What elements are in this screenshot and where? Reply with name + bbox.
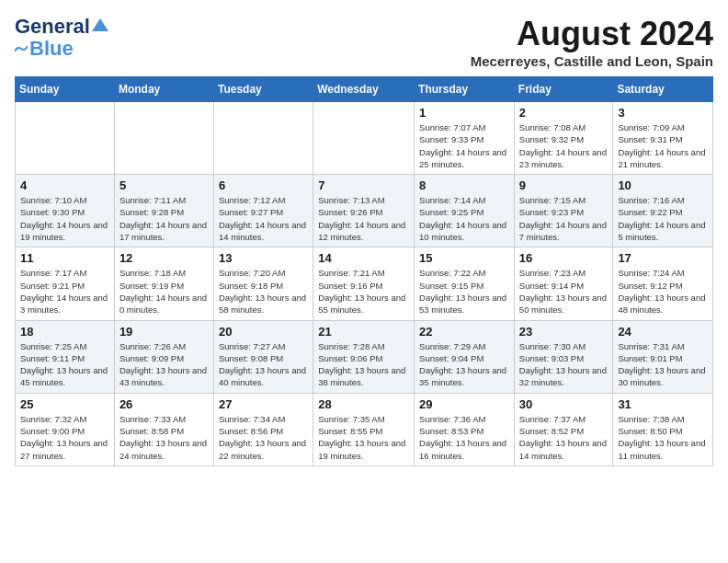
day-info: Sunrise: 7:21 AM Sunset: 9:16 PM Dayligh… [318, 267, 409, 316]
day-number: 19 [119, 325, 209, 339]
day-number: 13 [219, 251, 308, 265]
day-number: 20 [219, 325, 308, 339]
day-info: Sunrise: 7:37 AM Sunset: 8:52 PM Dayligh… [519, 413, 609, 462]
day-number: 31 [618, 397, 708, 411]
day-number: 23 [519, 325, 609, 339]
header-tuesday: Tuesday [213, 77, 313, 102]
day-number: 17 [618, 251, 708, 265]
calendar-cell: 3Sunrise: 7:09 AM Sunset: 9:31 PM Daylig… [613, 102, 713, 175]
calendar-cell: 25Sunrise: 7:32 AM Sunset: 9:00 PM Dayli… [16, 393, 115, 465]
day-number: 3 [618, 106, 708, 120]
calendar-cell: 8Sunrise: 7:14 AM Sunset: 9:25 PM Daylig… [415, 175, 515, 247]
header-sunday: Sunday [16, 77, 115, 102]
calendar-cell: 10Sunrise: 7:16 AM Sunset: 9:22 PM Dayli… [613, 175, 713, 247]
calendar-cell: 12Sunrise: 7:18 AM Sunset: 9:19 PM Dayli… [114, 247, 213, 320]
calendar-cell: 28Sunrise: 7:35 AM Sunset: 8:55 PM Dayli… [313, 393, 415, 465]
day-info: Sunrise: 7:28 AM Sunset: 9:06 PM Dayligh… [318, 340, 409, 389]
week-row-3: 11Sunrise: 7:17 AM Sunset: 9:21 PM Dayli… [16, 247, 713, 320]
day-info: Sunrise: 7:20 AM Sunset: 9:18 PM Dayligh… [219, 267, 308, 316]
day-info: Sunrise: 7:30 AM Sunset: 9:03 PM Dayligh… [519, 340, 609, 389]
calendar-cell: 15Sunrise: 7:22 AM Sunset: 9:15 PM Dayli… [415, 247, 515, 320]
calendar-cell: 4Sunrise: 7:10 AM Sunset: 9:30 PM Daylig… [16, 175, 115, 247]
calendar-cell: 30Sunrise: 7:37 AM Sunset: 8:52 PM Dayli… [514, 393, 613, 465]
calendar-cell: 14Sunrise: 7:21 AM Sunset: 9:16 PM Dayli… [313, 247, 415, 320]
calendar-cell: 31Sunrise: 7:38 AM Sunset: 8:50 PM Dayli… [613, 393, 713, 465]
day-info: Sunrise: 7:29 AM Sunset: 9:04 PM Dayligh… [419, 340, 509, 389]
svg-marker-0 [92, 18, 108, 31]
calendar-cell: 19Sunrise: 7:26 AM Sunset: 9:09 PM Dayli… [114, 320, 213, 393]
calendar-cell: 17Sunrise: 7:24 AM Sunset: 9:12 PM Dayli… [613, 247, 713, 320]
day-number: 9 [519, 178, 609, 192]
month-title: August 2024 [471, 15, 713, 53]
day-number: 29 [419, 397, 509, 411]
day-info: Sunrise: 7:24 AM Sunset: 9:12 PM Dayligh… [618, 267, 708, 316]
day-info: Sunrise: 7:11 AM Sunset: 9:28 PM Dayligh… [119, 194, 209, 243]
calendar-cell: 13Sunrise: 7:20 AM Sunset: 9:18 PM Dayli… [213, 247, 313, 320]
day-info: Sunrise: 7:22 AM Sunset: 9:15 PM Dayligh… [419, 267, 509, 316]
day-number: 6 [219, 178, 308, 192]
day-info: Sunrise: 7:33 AM Sunset: 8:58 PM Dayligh… [119, 413, 209, 462]
day-number: 1 [419, 106, 509, 120]
day-info: Sunrise: 7:14 AM Sunset: 9:25 PM Dayligh… [419, 194, 509, 243]
calendar-cell [313, 102, 415, 175]
day-number: 21 [318, 325, 409, 339]
day-info: Sunrise: 7:23 AM Sunset: 9:14 PM Dayligh… [519, 267, 609, 316]
week-row-1: 1Sunrise: 7:07 AM Sunset: 9:33 PM Daylig… [16, 102, 713, 175]
day-number: 26 [119, 397, 209, 411]
calendar-cell: 16Sunrise: 7:23 AM Sunset: 9:14 PM Dayli… [514, 247, 613, 320]
day-info: Sunrise: 7:08 AM Sunset: 9:32 PM Dayligh… [519, 121, 609, 170]
calendar-body: 1Sunrise: 7:07 AM Sunset: 9:33 PM Daylig… [16, 102, 713, 466]
day-number: 12 [119, 251, 209, 265]
calendar-cell [213, 102, 313, 175]
day-number: 2 [519, 106, 609, 120]
logo-text2: Blue [29, 37, 74, 61]
page-header: General Blue August 2024 Mecerreyes, Cas… [15, 15, 713, 69]
logo-wave-icon [15, 44, 28, 53]
calendar-cell: 23Sunrise: 7:30 AM Sunset: 9:03 PM Dayli… [514, 320, 613, 393]
logo-icon [92, 17, 108, 33]
day-info: Sunrise: 7:35 AM Sunset: 8:55 PM Dayligh… [318, 413, 409, 462]
day-info: Sunrise: 7:13 AM Sunset: 9:26 PM Dayligh… [318, 194, 409, 243]
calendar-cell: 29Sunrise: 7:36 AM Sunset: 8:53 PM Dayli… [415, 393, 515, 465]
day-number: 14 [318, 251, 409, 265]
calendar-header-row: SundayMondayTuesdayWednesdayThursdayFrid… [16, 77, 713, 102]
day-info: Sunrise: 7:31 AM Sunset: 9:01 PM Dayligh… [618, 340, 708, 389]
day-info: Sunrise: 7:17 AM Sunset: 9:21 PM Dayligh… [20, 267, 109, 316]
calendar-cell: 9Sunrise: 7:15 AM Sunset: 9:23 PM Daylig… [514, 175, 613, 247]
calendar-cell: 5Sunrise: 7:11 AM Sunset: 9:28 PM Daylig… [114, 175, 213, 247]
logo: General Blue [15, 15, 108, 61]
day-number: 27 [219, 397, 308, 411]
day-number: 25 [20, 397, 109, 411]
calendar-cell: 27Sunrise: 7:34 AM Sunset: 8:56 PM Dayli… [213, 393, 313, 465]
day-info: Sunrise: 7:09 AM Sunset: 9:31 PM Dayligh… [618, 121, 708, 170]
calendar-cell [114, 102, 213, 175]
day-number: 16 [519, 251, 609, 265]
week-row-4: 18Sunrise: 7:25 AM Sunset: 9:11 PM Dayli… [16, 320, 713, 393]
day-info: Sunrise: 7:32 AM Sunset: 9:00 PM Dayligh… [20, 413, 109, 462]
day-number: 24 [618, 325, 708, 339]
day-number: 15 [419, 251, 509, 265]
day-info: Sunrise: 7:26 AM Sunset: 9:09 PM Dayligh… [119, 340, 209, 389]
day-number: 28 [318, 397, 409, 411]
day-info: Sunrise: 7:27 AM Sunset: 9:08 PM Dayligh… [219, 340, 308, 389]
day-number: 8 [419, 178, 509, 192]
day-info: Sunrise: 7:18 AM Sunset: 9:19 PM Dayligh… [119, 267, 209, 316]
calendar-cell [16, 102, 115, 175]
day-info: Sunrise: 7:16 AM Sunset: 9:22 PM Dayligh… [618, 194, 708, 243]
calendar-cell: 1Sunrise: 7:07 AM Sunset: 9:33 PM Daylig… [415, 102, 515, 175]
calendar-cell: 22Sunrise: 7:29 AM Sunset: 9:04 PM Dayli… [415, 320, 515, 393]
calendar-cell: 24Sunrise: 7:31 AM Sunset: 9:01 PM Dayli… [613, 320, 713, 393]
day-number: 10 [618, 178, 708, 192]
day-number: 30 [519, 397, 609, 411]
day-info: Sunrise: 7:36 AM Sunset: 8:53 PM Dayligh… [419, 413, 509, 462]
calendar-cell: 6Sunrise: 7:12 AM Sunset: 9:27 PM Daylig… [213, 175, 313, 247]
day-number: 18 [20, 325, 109, 339]
header-thursday: Thursday [415, 77, 515, 102]
header-wednesday: Wednesday [313, 77, 415, 102]
header-friday: Friday [514, 77, 613, 102]
calendar-cell: 2Sunrise: 7:08 AM Sunset: 9:32 PM Daylig… [514, 102, 613, 175]
calendar-table: SundayMondayTuesdayWednesdayThursdayFrid… [15, 76, 713, 466]
day-number: 4 [20, 178, 109, 192]
day-info: Sunrise: 7:15 AM Sunset: 9:23 PM Dayligh… [519, 194, 609, 243]
calendar-cell: 21Sunrise: 7:28 AM Sunset: 9:06 PM Dayli… [313, 320, 415, 393]
